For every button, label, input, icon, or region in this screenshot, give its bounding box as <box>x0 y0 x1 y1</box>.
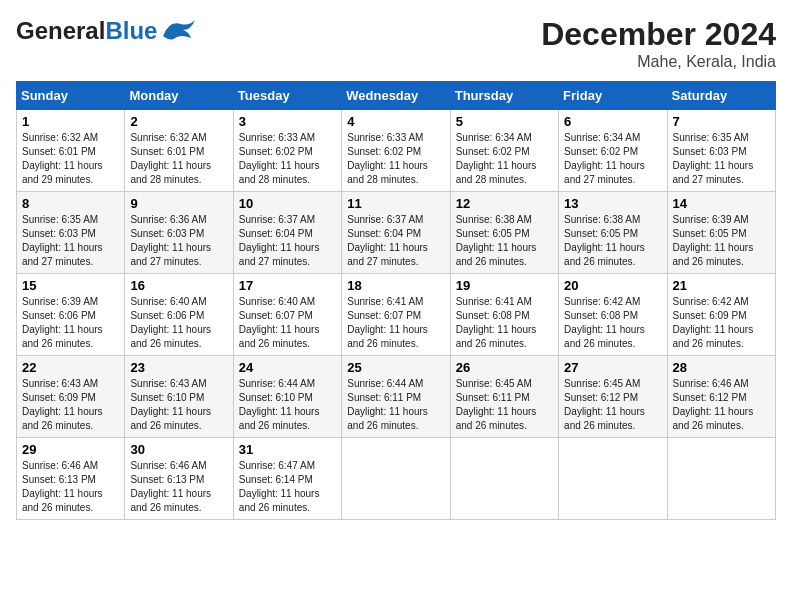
day-info: Sunrise: 6:34 AMSunset: 6:02 PMDaylight:… <box>564 131 661 187</box>
day-number: 7 <box>673 114 770 129</box>
calendar-day-cell: 17Sunrise: 6:40 AMSunset: 6:07 PMDayligh… <box>233 274 341 356</box>
day-info: Sunrise: 6:37 AMSunset: 6:04 PMDaylight:… <box>239 213 336 269</box>
weekday-header: Monday <box>125 82 233 110</box>
location: Mahe, Kerala, India <box>541 53 776 71</box>
day-number: 17 <box>239 278 336 293</box>
day-number: 6 <box>564 114 661 129</box>
day-number: 9 <box>130 196 227 211</box>
day-info: Sunrise: 6:33 AMSunset: 6:02 PMDaylight:… <box>347 131 444 187</box>
weekday-header: Sunday <box>17 82 125 110</box>
calendar-day-cell: 14Sunrise: 6:39 AMSunset: 6:05 PMDayligh… <box>667 192 775 274</box>
calendar-day-cell: 25Sunrise: 6:44 AMSunset: 6:11 PMDayligh… <box>342 356 450 438</box>
calendar-day-cell: 20Sunrise: 6:42 AMSunset: 6:08 PMDayligh… <box>559 274 667 356</box>
day-number: 22 <box>22 360 119 375</box>
day-info: Sunrise: 6:39 AMSunset: 6:05 PMDaylight:… <box>673 213 770 269</box>
day-number: 29 <box>22 442 119 457</box>
logo: GeneralBlue <box>16 16 197 47</box>
calendar-day-cell: 8Sunrise: 6:35 AMSunset: 6:03 PMDaylight… <box>17 192 125 274</box>
day-info: Sunrise: 6:47 AMSunset: 6:14 PMDaylight:… <box>239 459 336 515</box>
calendar-day-cell: 18Sunrise: 6:41 AMSunset: 6:07 PMDayligh… <box>342 274 450 356</box>
logo-blue: Blue <box>105 17 157 44</box>
day-info: Sunrise: 6:32 AMSunset: 6:01 PMDaylight:… <box>130 131 227 187</box>
calendar-day-cell: 27Sunrise: 6:45 AMSunset: 6:12 PMDayligh… <box>559 356 667 438</box>
day-number: 28 <box>673 360 770 375</box>
day-info: Sunrise: 6:38 AMSunset: 6:05 PMDaylight:… <box>564 213 661 269</box>
day-info: Sunrise: 6:39 AMSunset: 6:06 PMDaylight:… <box>22 295 119 351</box>
weekday-header: Wednesday <box>342 82 450 110</box>
weekday-header: Thursday <box>450 82 558 110</box>
day-number: 27 <box>564 360 661 375</box>
day-number: 26 <box>456 360 553 375</box>
calendar-day-cell <box>667 438 775 520</box>
day-info: Sunrise: 6:35 AMSunset: 6:03 PMDaylight:… <box>22 213 119 269</box>
day-info: Sunrise: 6:41 AMSunset: 6:08 PMDaylight:… <box>456 295 553 351</box>
day-info: Sunrise: 6:45 AMSunset: 6:12 PMDaylight:… <box>564 377 661 433</box>
day-info: Sunrise: 6:46 AMSunset: 6:12 PMDaylight:… <box>673 377 770 433</box>
page-header: GeneralBlue December 2024 Mahe, Kerala, … <box>16 16 776 71</box>
day-number: 24 <box>239 360 336 375</box>
day-info: Sunrise: 6:38 AMSunset: 6:05 PMDaylight:… <box>456 213 553 269</box>
calendar-day-cell: 15Sunrise: 6:39 AMSunset: 6:06 PMDayligh… <box>17 274 125 356</box>
day-info: Sunrise: 6:44 AMSunset: 6:10 PMDaylight:… <box>239 377 336 433</box>
calendar-week-row: 29Sunrise: 6:46 AMSunset: 6:13 PMDayligh… <box>17 438 776 520</box>
calendar-day-cell: 28Sunrise: 6:46 AMSunset: 6:12 PMDayligh… <box>667 356 775 438</box>
calendar-day-cell: 10Sunrise: 6:37 AMSunset: 6:04 PMDayligh… <box>233 192 341 274</box>
day-info: Sunrise: 6:46 AMSunset: 6:13 PMDaylight:… <box>22 459 119 515</box>
day-info: Sunrise: 6:42 AMSunset: 6:09 PMDaylight:… <box>673 295 770 351</box>
day-number: 19 <box>456 278 553 293</box>
day-info: Sunrise: 6:40 AMSunset: 6:06 PMDaylight:… <box>130 295 227 351</box>
calendar-day-cell: 2Sunrise: 6:32 AMSunset: 6:01 PMDaylight… <box>125 110 233 192</box>
calendar-day-cell <box>342 438 450 520</box>
day-number: 4 <box>347 114 444 129</box>
calendar-week-row: 1Sunrise: 6:32 AMSunset: 6:01 PMDaylight… <box>17 110 776 192</box>
calendar-day-cell: 1Sunrise: 6:32 AMSunset: 6:01 PMDaylight… <box>17 110 125 192</box>
calendar-day-cell: 24Sunrise: 6:44 AMSunset: 6:10 PMDayligh… <box>233 356 341 438</box>
day-number: 5 <box>456 114 553 129</box>
calendar-day-cell: 29Sunrise: 6:46 AMSunset: 6:13 PMDayligh… <box>17 438 125 520</box>
day-info: Sunrise: 6:44 AMSunset: 6:11 PMDaylight:… <box>347 377 444 433</box>
day-number: 13 <box>564 196 661 211</box>
day-info: Sunrise: 6:32 AMSunset: 6:01 PMDaylight:… <box>22 131 119 187</box>
day-info: Sunrise: 6:40 AMSunset: 6:07 PMDaylight:… <box>239 295 336 351</box>
calendar-day-cell: 3Sunrise: 6:33 AMSunset: 6:02 PMDaylight… <box>233 110 341 192</box>
day-info: Sunrise: 6:37 AMSunset: 6:04 PMDaylight:… <box>347 213 444 269</box>
day-number: 1 <box>22 114 119 129</box>
day-info: Sunrise: 6:34 AMSunset: 6:02 PMDaylight:… <box>456 131 553 187</box>
calendar-day-cell <box>559 438 667 520</box>
logo-general: General <box>16 17 105 44</box>
title-area: December 2024 Mahe, Kerala, India <box>541 16 776 71</box>
calendar-day-cell: 21Sunrise: 6:42 AMSunset: 6:09 PMDayligh… <box>667 274 775 356</box>
calendar-day-cell: 12Sunrise: 6:38 AMSunset: 6:05 PMDayligh… <box>450 192 558 274</box>
day-number: 20 <box>564 278 661 293</box>
day-number: 16 <box>130 278 227 293</box>
day-info: Sunrise: 6:43 AMSunset: 6:10 PMDaylight:… <box>130 377 227 433</box>
day-number: 12 <box>456 196 553 211</box>
weekday-header-row: SundayMondayTuesdayWednesdayThursdayFrid… <box>17 82 776 110</box>
calendar-day-cell: 7Sunrise: 6:35 AMSunset: 6:03 PMDaylight… <box>667 110 775 192</box>
calendar-day-cell: 26Sunrise: 6:45 AMSunset: 6:11 PMDayligh… <box>450 356 558 438</box>
calendar-day-cell: 30Sunrise: 6:46 AMSunset: 6:13 PMDayligh… <box>125 438 233 520</box>
calendar-day-cell <box>450 438 558 520</box>
logo-text: GeneralBlue <box>16 17 157 45</box>
day-number: 10 <box>239 196 336 211</box>
calendar-day-cell: 4Sunrise: 6:33 AMSunset: 6:02 PMDaylight… <box>342 110 450 192</box>
day-info: Sunrise: 6:43 AMSunset: 6:09 PMDaylight:… <box>22 377 119 433</box>
day-number: 21 <box>673 278 770 293</box>
logo-bird-icon <box>161 16 197 47</box>
month-title: December 2024 <box>541 16 776 53</box>
calendar-day-cell: 19Sunrise: 6:41 AMSunset: 6:08 PMDayligh… <box>450 274 558 356</box>
calendar-day-cell: 13Sunrise: 6:38 AMSunset: 6:05 PMDayligh… <box>559 192 667 274</box>
day-number: 11 <box>347 196 444 211</box>
day-number: 14 <box>673 196 770 211</box>
calendar-day-cell: 6Sunrise: 6:34 AMSunset: 6:02 PMDaylight… <box>559 110 667 192</box>
day-info: Sunrise: 6:42 AMSunset: 6:08 PMDaylight:… <box>564 295 661 351</box>
day-info: Sunrise: 6:41 AMSunset: 6:07 PMDaylight:… <box>347 295 444 351</box>
calendar-day-cell: 23Sunrise: 6:43 AMSunset: 6:10 PMDayligh… <box>125 356 233 438</box>
day-info: Sunrise: 6:33 AMSunset: 6:02 PMDaylight:… <box>239 131 336 187</box>
day-number: 8 <box>22 196 119 211</box>
weekday-header: Saturday <box>667 82 775 110</box>
day-number: 25 <box>347 360 444 375</box>
calendar-week-row: 22Sunrise: 6:43 AMSunset: 6:09 PMDayligh… <box>17 356 776 438</box>
calendar-table: SundayMondayTuesdayWednesdayThursdayFrid… <box>16 81 776 520</box>
day-info: Sunrise: 6:45 AMSunset: 6:11 PMDaylight:… <box>456 377 553 433</box>
